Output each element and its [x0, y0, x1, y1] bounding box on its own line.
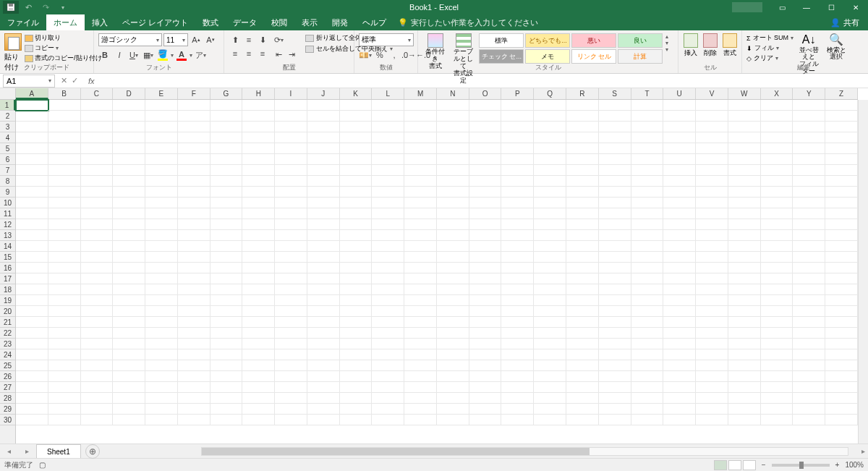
qat-customize-button[interactable]: ▾ — [55, 1, 71, 14]
cell-H15[interactable] — [242, 252, 275, 263]
zoom-thumb[interactable] — [799, 462, 804, 469]
cell-K27[interactable] — [340, 382, 373, 393]
cell-T8[interactable] — [631, 176, 664, 187]
cell-J28[interactable] — [307, 393, 340, 404]
cell-L1[interactable] — [372, 100, 404, 111]
cell-J26[interactable] — [307, 371, 340, 382]
cell-styles-gallery[interactable]: 標準どちらでも...悪い良いチェック セ...メモリンク セル計算 — [479, 33, 663, 64]
cell-N15[interactable] — [437, 252, 469, 263]
cell-P11[interactable] — [501, 208, 534, 219]
cell-O15[interactable] — [469, 252, 502, 263]
zoom-out-button[interactable]: − — [762, 461, 766, 469]
cell-N28[interactable] — [437, 393, 469, 404]
font-name-select[interactable]: 游ゴシック▾ — [98, 33, 162, 46]
cell-S9[interactable] — [599, 187, 631, 198]
cell-A7[interactable] — [16, 165, 48, 176]
cell-E2[interactable] — [145, 111, 178, 122]
cell-U24[interactable] — [663, 349, 696, 360]
cell-V27[interactable] — [696, 382, 728, 393]
cell-Z13[interactable] — [825, 230, 858, 241]
cell-H5[interactable] — [242, 143, 275, 154]
cell-J3[interactable] — [307, 122, 340, 132]
cell-H28[interactable] — [242, 393, 275, 404]
cell-T1[interactable] — [631, 100, 664, 111]
cell-T6[interactable] — [631, 154, 664, 165]
cell-A19[interactable] — [16, 295, 48, 306]
cell-S25[interactable] — [599, 360, 631, 371]
cell-M21[interactable] — [404, 317, 437, 328]
cell-K8[interactable] — [340, 176, 373, 187]
cell-Y10[interactable] — [793, 198, 825, 208]
cell-D19[interactable] — [113, 295, 145, 306]
cell-K16[interactable] — [340, 263, 373, 273]
cell-U27[interactable] — [663, 382, 696, 393]
cell-X11[interactable] — [761, 208, 793, 219]
cell-J10[interactable] — [307, 198, 340, 208]
cell-A5[interactable] — [16, 143, 48, 154]
cell-D24[interactable] — [113, 349, 145, 360]
cell-N7[interactable] — [437, 165, 469, 176]
cell-A6[interactable] — [16, 154, 48, 165]
cell-P1[interactable] — [501, 100, 534, 111]
cell-Q10[interactable] — [534, 198, 566, 208]
cell-E14[interactable] — [145, 241, 178, 252]
cell-X12[interactable] — [761, 219, 793, 230]
select-all-corner[interactable] — [0, 88, 16, 100]
cell-J27[interactable] — [307, 382, 340, 393]
cell-S20[interactable] — [599, 306, 631, 317]
cell-G24[interactable] — [210, 349, 243, 360]
cell-U11[interactable] — [663, 208, 696, 219]
cell-B6[interactable] — [48, 154, 81, 165]
cell-T28[interactable] — [631, 393, 664, 404]
cell-N24[interactable] — [437, 349, 469, 360]
cell-M2[interactable] — [404, 111, 437, 122]
cell-X16[interactable] — [761, 263, 793, 273]
col-header-V[interactable]: V — [696, 88, 728, 99]
cell-R15[interactable] — [566, 252, 599, 263]
name-box[interactable]: A1▾ — [3, 75, 55, 88]
cell-V3[interactable] — [696, 122, 728, 132]
cell-D2[interactable] — [113, 111, 145, 122]
cell-U3[interactable] — [663, 122, 696, 132]
cell-X17[interactable] — [761, 273, 793, 284]
increase-font-button[interactable]: A▴ — [190, 33, 203, 46]
style-cell[interactable]: リンク セル — [571, 49, 616, 64]
cell-W13[interactable] — [728, 230, 761, 241]
cell-K24[interactable] — [340, 349, 373, 360]
cell-Y4[interactable] — [793, 132, 825, 143]
cell-I3[interactable] — [275, 122, 307, 132]
cell-P12[interactable] — [501, 219, 534, 230]
cell-O6[interactable] — [469, 154, 502, 165]
cell-E11[interactable] — [145, 208, 178, 219]
cell-J23[interactable] — [307, 339, 340, 349]
cell-U17[interactable] — [663, 273, 696, 284]
cell-S27[interactable] — [599, 382, 631, 393]
cell-W6[interactable] — [728, 154, 761, 165]
cell-G22[interactable] — [210, 328, 243, 339]
cell-Q7[interactable] — [534, 165, 566, 176]
col-header-B[interactable]: B — [48, 88, 81, 99]
cell-U1[interactable] — [663, 100, 696, 111]
cell-Y18[interactable] — [793, 284, 825, 295]
cell-G30[interactable] — [210, 415, 243, 425]
cell-L28[interactable] — [372, 393, 404, 404]
cell-N23[interactable] — [437, 339, 469, 349]
cell-D29[interactable] — [113, 404, 145, 415]
row-header-28[interactable]: 28 — [0, 393, 15, 404]
cell-T22[interactable] — [631, 328, 664, 339]
cell-M10[interactable] — [404, 198, 437, 208]
cell-V15[interactable] — [696, 252, 728, 263]
cell-U7[interactable] — [663, 165, 696, 176]
cell-H9[interactable] — [242, 187, 275, 198]
cell-N17[interactable] — [437, 273, 469, 284]
cell-S11[interactable] — [599, 208, 631, 219]
cell-C5[interactable] — [81, 143, 114, 154]
cell-T4[interactable] — [631, 132, 664, 143]
cell-K14[interactable] — [340, 241, 373, 252]
cell-M17[interactable] — [404, 273, 437, 284]
maximize-button[interactable]: ☐ — [819, 0, 843, 14]
cell-Z26[interactable] — [825, 371, 858, 382]
cell-A18[interactable] — [16, 284, 48, 295]
cell-E30[interactable] — [145, 415, 178, 425]
cell-I16[interactable] — [275, 263, 307, 273]
